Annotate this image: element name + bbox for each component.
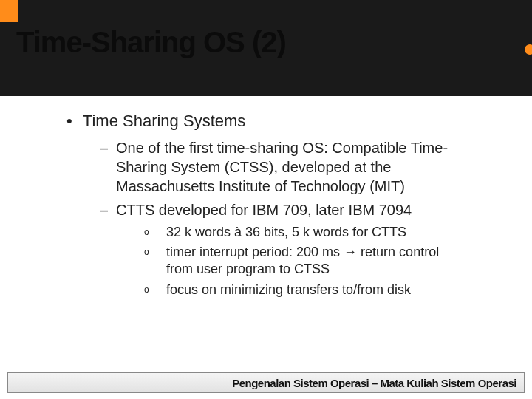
footer-text: Pengenalan Sistem Operasi – Mata Kuliah …: [232, 377, 516, 389]
bullet-sub2a: 32 k words à 36 bits, 5 k words for CTTS: [144, 224, 466, 241]
bullet-sub2: CTTS developed for IBM 709, later IBM 70…: [100, 200, 466, 219]
slide: Time-Sharing OS (2) Time Sharing Systems…: [0, 0, 532, 399]
accent-dot: [525, 44, 532, 55]
bullet-sub2b: timer interrupt period: 200 ms → return …: [144, 244, 466, 279]
bullet-sub2c: focus on minimizing transfers to/from di…: [144, 282, 466, 299]
bullet-heading: Time Sharing Systems: [66, 111, 473, 132]
bullet-sub1: One of the first time-sharing OS: Compat…: [100, 138, 466, 196]
accent-square: [0, 0, 18, 22]
footer-bar: Pengenalan Sistem Operasi – Mata Kuliah …: [7, 372, 525, 393]
slide-title: Time-Sharing OS (2): [16, 26, 286, 59]
slide-content: Time Sharing Systems One of the first ti…: [59, 111, 473, 355]
